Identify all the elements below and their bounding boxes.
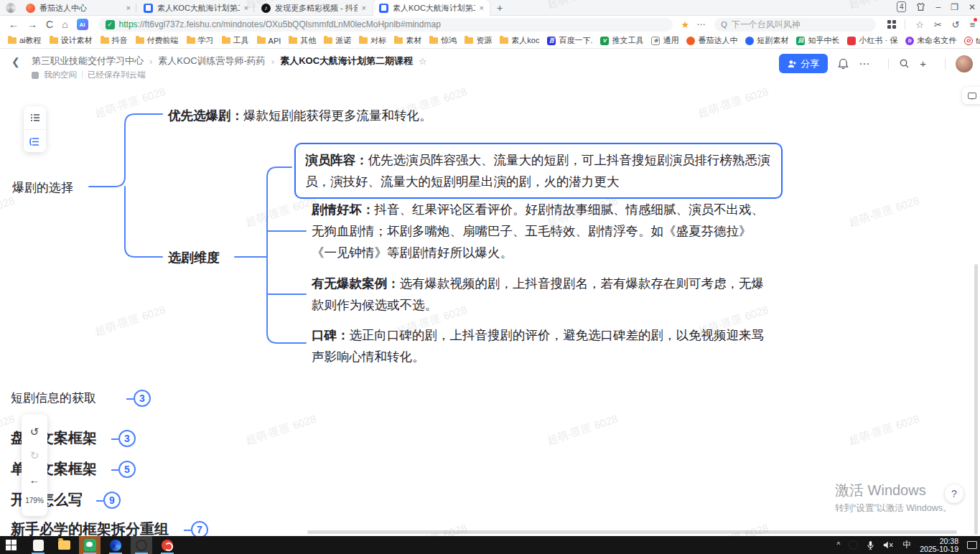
node-case[interactable]: 有无爆款案例：选有爆款视频的剧，上抖音搜剧名，若有爆款存在则可考虑，无爆款则作为…	[312, 273, 768, 316]
tab-count-badge[interactable]: 4	[897, 1, 907, 12]
collapse-badge[interactable]: 9	[103, 492, 121, 509]
collapse-badge[interactable]: 7	[191, 521, 208, 536]
bookmark-item[interactable]: b未命名文件	[905, 35, 956, 46]
avatar[interactable]	[956, 55, 973, 72]
bookmark-item[interactable]: ai教程	[8, 35, 42, 46]
tray-clock[interactable]: 20:38 2025-10-19	[920, 537, 958, 553]
url-text[interactable]: https://ft6vgl737z.feishu.cn/mindnotes/O…	[119, 19, 441, 29]
collapse-badge[interactable]: 3	[134, 390, 151, 407]
bookmark-item[interactable]: ⊕通用	[651, 35, 678, 46]
bookmark-item[interactable]: 派诺	[324, 35, 351, 46]
ssl-shield-icon[interactable]: ✓	[106, 20, 115, 29]
bookmark-item[interactable]: Gfanqie-no	[964, 37, 980, 45]
back-chevron-icon[interactable]: ❮	[11, 56, 20, 67]
bookmark-item[interactable]: 番茄达人中	[686, 35, 737, 46]
mindmap-canvas[interactable]: 爆剧的选择 优先选爆剧：爆款短剧能获得更多流量和转化。 选剧维度 演员阵容：优先…	[0, 83, 980, 536]
close-icon[interactable]: ✕	[969, 2, 976, 12]
new-tab-button[interactable]: +	[497, 2, 503, 14]
bookmark-item[interactable]: 抖音	[101, 35, 128, 46]
browser-tab[interactable]: 番茄达人中心 ×	[20, 0, 136, 16]
taskbar-app-wechat[interactable]	[79, 536, 101, 554]
bookmark-item[interactable]: 素材	[394, 35, 421, 46]
node-root[interactable]: 爆剧的选择	[12, 177, 73, 199]
browser-tab[interactable]: 素人KOC大航海计划第二期课 ×	[138, 0, 254, 16]
more-extensions-icon[interactable]: ⋯	[696, 19, 706, 29]
favorites-list-icon[interactable]: ☆	[915, 19, 924, 30]
home-icon[interactable]: ⌂	[62, 19, 67, 30]
node-dimension[interactable]: 选剧维度	[168, 247, 220, 268]
node-info-acquire[interactable]: 短剧信息的获取	[11, 390, 96, 406]
minimize-icon[interactable]: –	[935, 2, 941, 12]
reload-icon[interactable]: C	[46, 19, 53, 30]
browser-tab[interactable]: ♪ 发现更多精彩视频 - 抖音搜索 ×	[256, 0, 372, 16]
node-plot[interactable]: 剧情好坏：抖音、红果评论区看评价。好剧情故事细腻、情感细腻、演员不出戏、无狗血剧…	[312, 199, 768, 263]
back-icon[interactable]: ←	[9, 19, 19, 30]
volume-muted-icon[interactable]	[883, 540, 894, 550]
back-to-root-icon[interactable]: ←	[29, 474, 40, 486]
comment-button[interactable]	[962, 87, 980, 104]
bookmark-item[interactable]: 其他	[289, 35, 316, 46]
bookmark-star-icon[interactable]: ★	[681, 19, 690, 30]
microphone-icon[interactable]	[867, 540, 874, 550]
maximize-icon[interactable]: ❐	[951, 2, 958, 12]
bookmark-item[interactable]: 工具	[222, 35, 249, 46]
input-method-indicator[interactable]: 中	[902, 539, 911, 551]
bookmark-item[interactable]: 学习	[187, 35, 214, 46]
bookmark-item[interactable]: 设计素材	[50, 35, 93, 46]
zoom-level[interactable]: 179%	[25, 497, 44, 504]
help-button[interactable]: ?	[945, 484, 963, 503]
bookmark-item[interactable]: API	[257, 37, 281, 45]
screenshot-scissors-icon[interactable]: ✂	[934, 19, 942, 30]
node-reputation[interactable]: 口碑：选正向口碑的剧，上抖音搜剧的评价，避免选口碑差的剧，以免视频迎来骂声影响心…	[312, 324, 768, 367]
collapse-badge[interactable]: 3	[118, 430, 136, 447]
menu-icon[interactable]: ≡	[970, 19, 976, 30]
outline-view-button[interactable]	[24, 106, 46, 129]
start-button[interactable]	[0, 536, 22, 554]
bookmark-item[interactable]: 素人koc	[500, 35, 539, 46]
forward-icon[interactable]: →	[27, 19, 37, 30]
horizontal-scrollbar[interactable]	[307, 530, 957, 534]
taskbar-app-explorer[interactable]	[53, 536, 75, 554]
taskbar-app-red[interactable]	[157, 536, 178, 554]
bookmark-item[interactable]: 百百度一下.	[547, 35, 592, 46]
bookmark-item[interactable]: 付费前端	[136, 35, 179, 46]
bookmark-item[interactable]: V推文工具	[600, 35, 643, 46]
tray-expand-icon[interactable]: ^	[837, 541, 841, 549]
breadcrumb-item[interactable]: 第三职业技能交付学习中心	[32, 55, 144, 67]
action-center-icon[interactable]	[967, 541, 977, 549]
share-button[interactable]: 分享	[779, 54, 828, 73]
tray-browser-icon[interactable]	[849, 540, 858, 550]
collapse-badge[interactable]: 5	[118, 461, 136, 478]
node-newbie-framework[interactable]: 新手必学的框架拆分重组	[11, 520, 169, 536]
ai-assistant-icon[interactable]: AI	[77, 19, 88, 30]
theme-shirt-icon[interactable]	[916, 2, 925, 11]
space-label[interactable]: 我的空间	[44, 70, 77, 80]
bookmark-item[interactable]: 回知乎中长	[796, 35, 839, 46]
redo-icon[interactable]: ↻	[30, 449, 39, 462]
bookmark-item[interactable]: 短剧素材	[745, 35, 788, 46]
node-cast-selected[interactable]: 演员阵容：优先选演员阵容强大、流量大的短剧，可上抖音搜短剧演员排行榜熟悉演员，演…	[294, 143, 783, 199]
bookmark-item[interactable]: 资源	[465, 35, 492, 46]
tab-close-icon[interactable]: ×	[244, 4, 248, 12]
taskbar-app-quark[interactable]	[105, 536, 126, 554]
mindmap-view-button[interactable]	[24, 130, 46, 153]
breadcrumb-item[interactable]: 素人KOC训练营导师-药药	[158, 55, 266, 67]
tab-close-icon[interactable]: ×	[362, 4, 366, 12]
vertical-scrollbar[interactable]	[974, 264, 978, 535]
history-undo-icon[interactable]: ↺	[952, 19, 960, 30]
bookmark-item[interactable]: 惊鸿	[429, 35, 457, 46]
undo-icon[interactable]: ↺	[30, 426, 39, 438]
node-priority[interactable]: 优先选爆剧：爆款短剧能获得更多流量和转化。	[168, 105, 432, 126]
create-plus-icon[interactable]: +	[920, 57, 926, 70]
tab-close-icon[interactable]: ×	[480, 4, 484, 12]
bookmark-item[interactable]: 小红书 · 保	[847, 35, 897, 46]
tab-close-icon[interactable]: ×	[126, 4, 131, 12]
quick-search-input[interactable]: Q 下一个台风叫风神	[714, 18, 876, 32]
star-icon[interactable]: ☆	[419, 56, 427, 67]
bell-icon[interactable]	[838, 58, 849, 70]
url-bar[interactable]: ✓ https://ft6vgl737z.feishu.cn/mindnotes…	[98, 18, 673, 32]
apps-grid-icon[interactable]	[887, 20, 896, 29]
bookmark-item[interactable]: 对标	[359, 35, 386, 46]
browser-logo-icon[interactable]	[6, 3, 16, 13]
search-icon[interactable]	[899, 58, 910, 69]
